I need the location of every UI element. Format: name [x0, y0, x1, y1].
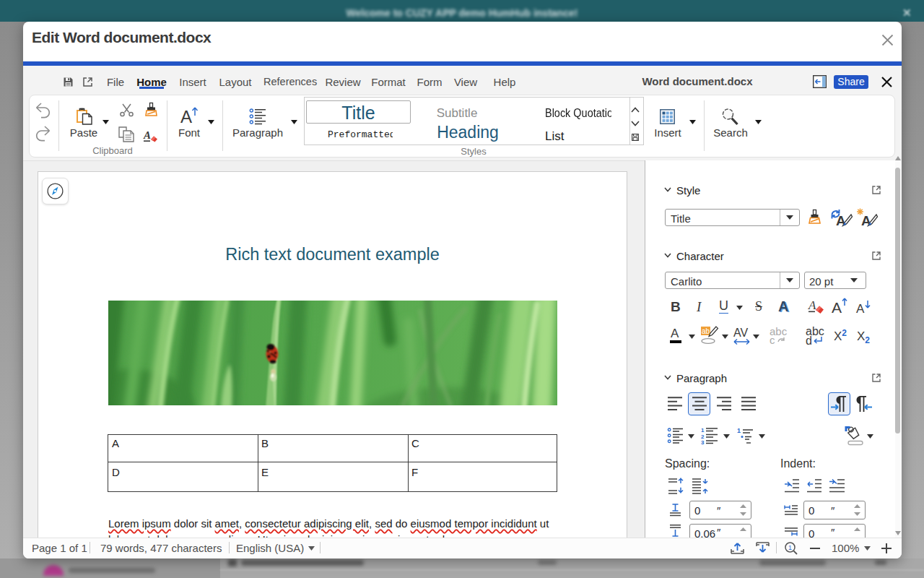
svg-text:A: A	[180, 107, 192, 126]
svg-text:A: A	[832, 299, 842, 316]
svg-text:d: d	[806, 335, 812, 347]
svg-text:A: A	[143, 129, 151, 141]
svg-text:1: 1	[737, 427, 741, 434]
svg-text:A: A	[856, 302, 865, 316]
svg-text:c: c	[770, 334, 775, 346]
svg-text:A: A	[808, 298, 816, 312]
svg-text:A: A	[836, 213, 846, 228]
svg-text:AV: AV	[733, 327, 748, 339]
svg-text:1: 1	[788, 544, 792, 551]
svg-text:A: A	[861, 213, 871, 228]
svg-text:ab: ab	[702, 327, 710, 335]
svg-text:3: 3	[701, 439, 705, 446]
